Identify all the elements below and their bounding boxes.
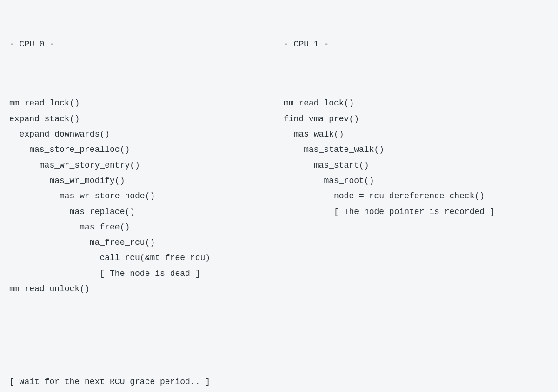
spacer (284, 250, 549, 358)
cpu1-block1: mm_read_lock() find_vma_prev() mas_walk(… (284, 96, 549, 219)
cpu0-block2: [ Wait for the next RCU grace period.. ]… (9, 374, 274, 392)
trace-container: - CPU 0 - mm_read_lock() expand_stack() … (9, 6, 549, 392)
cpu1-block2: mas_prev() mas_prev_entry() mas_prev_nen… (284, 389, 549, 392)
cpu0-header: - CPU 0 - (9, 37, 274, 52)
cpu1-column: - CPU 1 - mm_read_lock() find_vma_prev()… (284, 6, 549, 392)
cpu0-column: - CPU 0 - mm_read_lock() expand_stack() … (9, 6, 274, 392)
spacer (9, 328, 274, 343)
cpu1-header: - CPU 1 - (284, 37, 549, 52)
cpu0-block1: mm_read_lock() expand_stack() expand_dow… (9, 96, 274, 297)
